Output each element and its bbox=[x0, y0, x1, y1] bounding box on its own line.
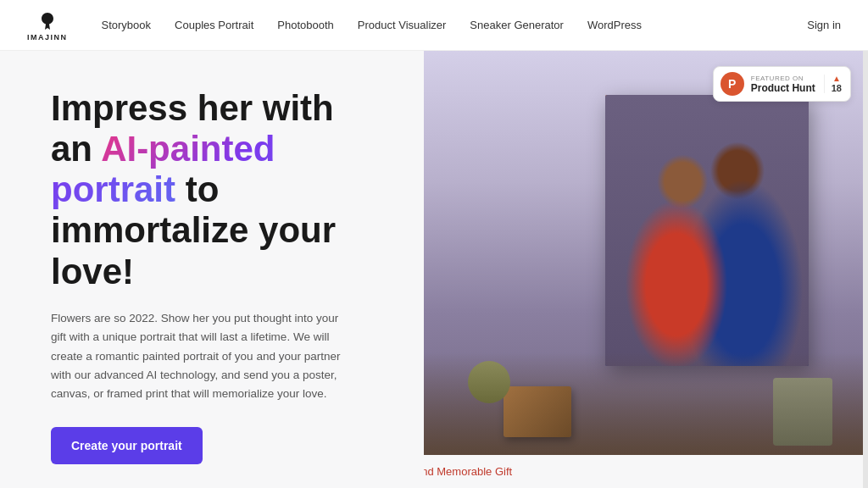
upvote-count: 18 bbox=[832, 83, 842, 93]
site-header: IMAJINN Storybook Couples Portrait Photo… bbox=[0, 0, 868, 51]
portrait-inner bbox=[605, 95, 809, 366]
scrollbar[interactable] bbox=[863, 0, 868, 488]
wooden-box bbox=[504, 386, 571, 437]
hero-heading: Impress her with an AI-painted portrait … bbox=[51, 88, 383, 292]
portrait-frame bbox=[605, 95, 809, 366]
product-hunt-name: Product Hunt bbox=[751, 82, 815, 94]
logo-text: IMAJINN bbox=[27, 33, 68, 42]
nav-couples-portrait[interactable]: Couples Portrait bbox=[175, 19, 253, 31]
product-hunt-upvote[interactable]: ▲ 18 bbox=[824, 75, 842, 93]
nav-photobooth[interactable]: Photobooth bbox=[277, 19, 334, 31]
product-hunt-badge[interactable]: P FEATURED ON Product Hunt ▲ 18 bbox=[713, 66, 851, 102]
cactus-pot bbox=[773, 378, 832, 446]
upvote-arrow-icon: ▲ bbox=[832, 75, 841, 83]
nav-product-visualizer[interactable]: Product Visualizer bbox=[358, 19, 447, 31]
hero-image bbox=[424, 51, 868, 488]
main-content: Impress her with an AI-painted portrait … bbox=[0, 51, 868, 488]
nav-wordpress[interactable]: WordPress bbox=[587, 19, 642, 31]
sign-in-link[interactable]: Sign in bbox=[807, 19, 841, 31]
nav-storybook[interactable]: Storybook bbox=[102, 19, 152, 31]
nav-sneaker-generator[interactable]: Sneaker Generator bbox=[470, 19, 564, 31]
hero-right-panel: P FEATURED ON Product Hunt ▲ 18 bbox=[424, 51, 868, 488]
main-nav: Storybook Couples Portrait Photobooth Pr… bbox=[102, 19, 808, 31]
logo[interactable]: IMAJINN bbox=[27, 9, 68, 42]
product-hunt-featured-label: FEATURED ON bbox=[751, 75, 815, 82]
hero-description: Flowers are so 2022. Show her you put th… bbox=[51, 309, 356, 403]
product-hunt-text: FEATURED ON Product Hunt bbox=[751, 75, 815, 94]
hero-left-panel: Impress her with an AI-painted portrait … bbox=[0, 51, 424, 488]
logo-icon bbox=[36, 9, 59, 33]
cta-button[interactable]: Create your portrait bbox=[51, 427, 203, 464]
product-hunt-logo: P bbox=[721, 72, 744, 96]
